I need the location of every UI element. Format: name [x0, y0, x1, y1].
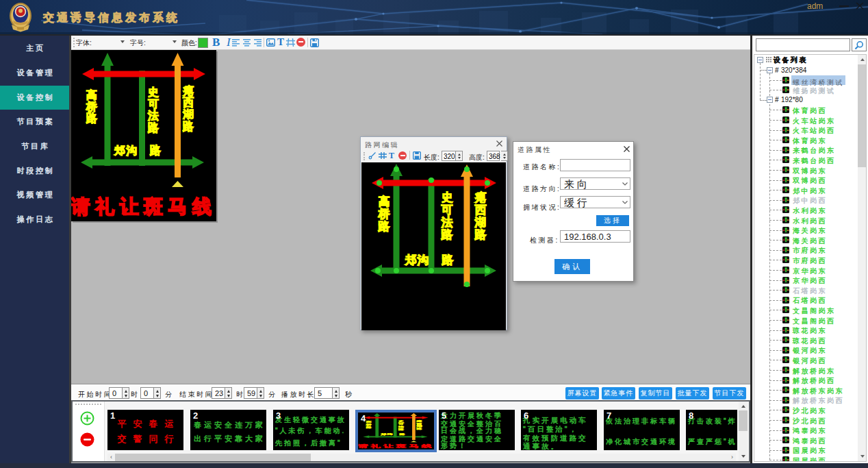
svg-text:西: 西 — [474, 204, 487, 217]
svg-text:湖: 湖 — [416, 425, 422, 428]
svg-text:路: 路 — [416, 428, 422, 430]
svg-text:邞: 邞 — [380, 433, 387, 436]
svg-text:史: 史 — [148, 86, 159, 98]
svg-text:湖: 湖 — [182, 108, 194, 120]
svg-text:高: 高 — [379, 195, 390, 208]
svg-text:可: 可 — [148, 98, 159, 110]
svg-text:桥: 桥 — [365, 423, 372, 426]
svg-text:沟: 沟 — [125, 145, 137, 156]
svg-text:法: 法 — [441, 216, 453, 229]
svg-text:桥: 桥 — [86, 101, 97, 112]
svg-text:法: 法 — [397, 426, 404, 428]
svg-text:邞: 邞 — [405, 254, 417, 267]
svg-text:路: 路 — [398, 433, 405, 436]
svg-text:路: 路 — [378, 220, 390, 233]
svg-text:桥: 桥 — [378, 208, 391, 221]
svg-text:路: 路 — [182, 120, 194, 132]
svg-text:西: 西 — [182, 97, 194, 108]
svg-text:路: 路 — [86, 112, 97, 124]
svg-text:路: 路 — [397, 428, 404, 430]
svg-text:路: 路 — [147, 121, 159, 134]
svg-text:路: 路 — [441, 228, 453, 241]
svg-text:请礼让斑马线: 请礼让斑马线 — [71, 196, 216, 217]
svg-text:法: 法 — [147, 110, 159, 121]
svg-text:请礼让斑马线: 请礼让斑马线 — [358, 443, 434, 448]
svg-text:瘪: 瘪 — [474, 191, 487, 204]
svg-text:沟: 沟 — [386, 433, 393, 436]
svg-text:路: 路 — [474, 228, 487, 241]
svg-text:高: 高 — [86, 88, 97, 101]
svg-text:邞: 邞 — [114, 145, 125, 156]
svg-text:瘪: 瘪 — [182, 85, 194, 97]
svg-text:路: 路 — [149, 144, 161, 156]
svg-text:可: 可 — [441, 204, 453, 217]
svg-text:沟: 沟 — [417, 254, 429, 267]
svg-text:路: 路 — [365, 426, 372, 428]
svg-text:路: 路 — [442, 254, 454, 267]
svg-text:湖: 湖 — [474, 216, 487, 229]
svg-text:史: 史 — [442, 191, 453, 204]
